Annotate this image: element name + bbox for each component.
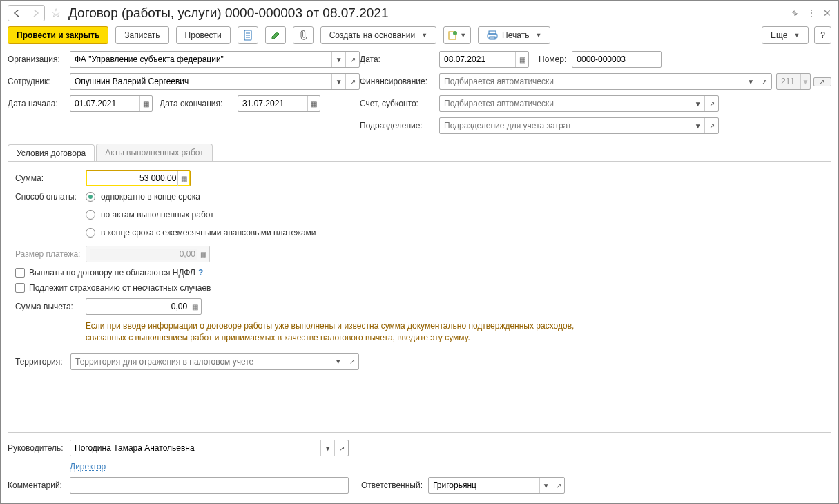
dropdown-icon[interactable]: ▼ (331, 354, 345, 369)
open-icon[interactable]: ↗ (345, 52, 359, 67)
post-button[interactable]: Провести (176, 26, 231, 44)
calculator-icon[interactable]: ▦ (177, 171, 190, 186)
territory-label: Территория: (15, 357, 70, 367)
financing-input[interactable] (440, 74, 744, 89)
write-label: Записать (124, 30, 160, 40)
chevron-down-icon: ▼ (421, 32, 427, 39)
comment-label: Комментарий: (8, 481, 70, 490)
svg-rect-6 (489, 31, 496, 34)
report-icon-button[interactable] (238, 26, 258, 44)
calculator-icon: ▦ (197, 246, 209, 262)
tab-acts-label: Акты выполненных работ (105, 148, 203, 157)
checkbox-insurance[interactable] (15, 283, 25, 293)
help-button[interactable]: ? (814, 26, 831, 44)
open-icon[interactable]: ↗ (704, 96, 718, 111)
open-icon[interactable]: ↗ (758, 74, 771, 89)
account-label: Счет, субконто: (360, 99, 439, 108)
calendar-icon[interactable]: ▦ (139, 96, 152, 111)
chevron-down-icon: ▼ (460, 32, 466, 39)
open-icon[interactable]: ↗ (345, 74, 359, 89)
employee-label: Сотрудник: (8, 77, 70, 86)
open-icon[interactable]: ↗ (334, 440, 348, 456)
department-input[interactable] (440, 118, 691, 133)
deduction-note: Если при вводе информации о договоре раб… (86, 320, 583, 344)
tab-acts[interactable]: Акты выполненных работ (96, 144, 212, 161)
post-label: Провести (185, 30, 222, 40)
pay-method-label: Способ оплаты: (15, 192, 86, 202)
chevron-down-icon: ▼ (793, 32, 800, 39)
deduction-input[interactable] (90, 301, 189, 312)
open-icon[interactable]: ↗ (704, 118, 718, 133)
link-icon[interactable] (790, 8, 800, 18)
attachment-icon-button[interactable] (293, 26, 314, 44)
nav-forward-button[interactable] (26, 6, 44, 21)
calculator-icon[interactable]: ▦ (189, 299, 201, 314)
calendar-icon[interactable]: ▦ (515, 52, 528, 67)
department-label: Подразделение: (360, 121, 439, 130)
date-start-input[interactable] (70, 96, 139, 111)
template-icon-button[interactable]: ▼ (443, 26, 471, 44)
responsible-input[interactable] (429, 478, 539, 493)
date-input[interactable] (440, 52, 515, 67)
page-title: Договор (работы, услуги) 0000-000003 от … (68, 6, 388, 21)
number-input[interactable] (572, 52, 661, 67)
radio-icon (86, 192, 95, 202)
dropdown-icon[interactable]: ▼ (691, 118, 704, 133)
dropdown-icon[interactable]: ▼ (539, 478, 552, 493)
calendar-icon[interactable]: ▦ (307, 96, 320, 111)
svg-point-5 (453, 31, 457, 35)
sum-label: Cумма: (15, 173, 86, 183)
dropdown-icon[interactable]: ▼ (744, 74, 758, 89)
manager-position-link[interactable]: Директор (70, 462, 106, 472)
date-end-input[interactable] (238, 96, 307, 111)
number-label: Номер: (539, 55, 566, 64)
account-input[interactable] (440, 96, 691, 111)
organization-input[interactable] (70, 52, 331, 67)
employee-input[interactable] (70, 74, 331, 89)
write-button[interactable]: Записать (115, 26, 168, 44)
radio-icon (86, 228, 95, 238)
radio-once-end[interactable]: однократно в конце срока (86, 192, 316, 202)
printer-icon (487, 30, 498, 40)
chevron-down-icon: ▼ (535, 32, 541, 39)
checkbox-no-ndfl[interactable] (15, 268, 25, 278)
tab-contract-terms[interactable]: Условия договора (8, 144, 95, 162)
post-and-close-button[interactable]: Провести и закрыть (8, 26, 108, 44)
manager-label: Руководитель: (8, 443, 70, 453)
open-icon[interactable]: ↗ (552, 478, 564, 493)
more-label: Еще (771, 30, 787, 40)
create-based-button[interactable]: Создать на основании ▼ (320, 26, 436, 44)
print-label: Печать (502, 30, 529, 40)
code-input (777, 74, 800, 89)
radio-by-acts[interactable]: по актам выполненных работ (86, 210, 316, 220)
post-and-close-label: Провести и закрыть (17, 30, 99, 40)
open-icon[interactable]: ↗ (345, 354, 358, 369)
dropdown-icon[interactable]: ▼ (320, 440, 334, 456)
radio-monthly-adv[interactable]: в конце срока с ежемесячными авансовыми … (86, 228, 316, 238)
dropdown-icon[interactable]: ▼ (331, 52, 345, 67)
deduction-label: Сумма вычета: (15, 302, 86, 311)
print-button[interactable]: Печать ▼ (478, 26, 550, 44)
svg-rect-7 (488, 34, 497, 38)
help-label: ? (820, 30, 825, 40)
financing-label: Финансирование: (360, 77, 439, 86)
radio-by-acts-label: по актам выполненных работ (101, 210, 214, 220)
territory-input[interactable] (71, 354, 331, 369)
comment-input[interactable] (70, 478, 348, 493)
checkbox-no-ndfl-label: Выплаты по договору не облагаются НДФЛ (29, 268, 195, 278)
dropdown-icon[interactable]: ▼ (331, 74, 345, 89)
checkbox-insurance-label: Подлежит страхованию от несчастных случа… (29, 283, 211, 293)
responsible-label: Ответственный: (361, 481, 423, 490)
close-icon[interactable]: ✕ (823, 8, 831, 19)
sum-input[interactable] (90, 173, 177, 184)
edit-icon-button[interactable] (265, 26, 286, 44)
favorite-star-icon[interactable]: ☆ (50, 6, 61, 21)
nav-back-button[interactable] (8, 6, 26, 21)
kebab-menu-icon[interactable]: ⋮ (807, 8, 816, 19)
help-hint-icon[interactable]: ? (198, 268, 203, 278)
more-button[interactable]: Еще ▼ (762, 26, 809, 44)
dropdown-icon[interactable]: ▼ (691, 96, 704, 111)
open-icon: ↗ (814, 78, 829, 86)
manager-input[interactable] (70, 440, 320, 456)
radio-monthly-adv-label: в конце срока с ежемесячными авансовыми … (101, 228, 316, 238)
